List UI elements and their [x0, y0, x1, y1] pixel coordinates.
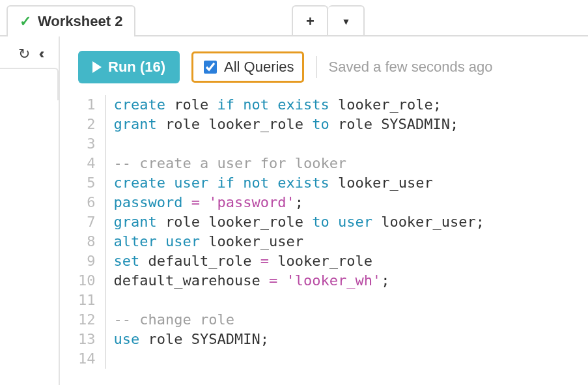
tab-dropdown-button[interactable]: ▼: [328, 5, 365, 36]
line-number-gutter: 1234567891011121314: [78, 95, 106, 369]
code-line[interactable]: create role if not exists looker_role;: [114, 95, 485, 115]
code-line[interactable]: password = 'password';: [114, 193, 485, 212]
run-button[interactable]: Run (16): [78, 51, 180, 83]
tab-worksheet-active[interactable]: ✓ Worksheet 2: [7, 5, 135, 36]
code-area[interactable]: create role if not exists looker_role;gr…: [106, 95, 485, 369]
tab-label: Worksheet 2: [38, 13, 122, 30]
line-number: 11: [78, 291, 96, 310]
line-number: 2: [78, 115, 96, 134]
code-line[interactable]: -- change role: [114, 310, 485, 330]
line-number: 6: [78, 193, 96, 212]
refresh-icon[interactable]: ↻: [18, 46, 30, 63]
code-line[interactable]: use role SYSADMIN;: [114, 330, 485, 349]
all-queries-toggle[interactable]: All Queries: [191, 51, 304, 83]
plus-icon: +: [306, 13, 315, 30]
chevron-down-icon: ▼: [341, 16, 350, 27]
line-number: 9: [78, 251, 96, 271]
line-number: 8: [78, 232, 96, 251]
line-number: 10: [78, 271, 96, 291]
line-number: 13: [78, 330, 96, 349]
code-line[interactable]: [114, 134, 485, 154]
code-line[interactable]: [114, 291, 485, 310]
all-queries-label: All Queries: [224, 59, 294, 76]
saved-status: Saved a few seconds ago: [329, 59, 493, 76]
run-label: Run (16): [108, 59, 165, 76]
sidebar-panel: [0, 68, 59, 100]
line-number: 12: [78, 310, 96, 330]
toolbar: Run (16) All Queries Saved a few seconds…: [60, 36, 588, 89]
code-line[interactable]: [114, 349, 485, 369]
tabs-row: ✓ Worksheet 2 + ▼: [0, 0, 588, 36]
play-icon: [92, 61, 102, 73]
checkmark-icon: ✓: [20, 13, 31, 30]
line-number: 1: [78, 95, 96, 115]
code-line[interactable]: set default_role = looker_role: [114, 251, 485, 271]
main-area: ↻ ‹‹ Run (16) All Queries Saved a few se…: [0, 36, 588, 385]
divider: [316, 56, 317, 78]
line-number: 5: [78, 173, 96, 193]
code-line[interactable]: create user if not exists looker_user: [114, 173, 485, 193]
line-number: 4: [78, 154, 96, 173]
sql-editor[interactable]: 1234567891011121314 create role if not e…: [60, 95, 588, 369]
collapse-icon[interactable]: ‹‹: [39, 46, 41, 63]
content: Run (16) All Queries Saved a few seconds…: [60, 36, 588, 385]
line-number: 3: [78, 134, 96, 154]
code-line[interactable]: grant role looker_role to role SYSADMIN;: [114, 115, 485, 134]
code-line[interactable]: -- create a user for looker: [114, 154, 485, 173]
line-number: 7: [78, 212, 96, 232]
code-line[interactable]: default_warehouse = 'looker_wh';: [114, 271, 485, 291]
left-sidebar: ↻ ‹‹: [0, 36, 60, 385]
add-tab-button[interactable]: +: [292, 5, 328, 36]
code-line[interactable]: alter user looker_user: [114, 232, 485, 251]
line-number: 14: [78, 349, 96, 369]
code-line[interactable]: grant role looker_role to user looker_us…: [114, 212, 485, 232]
all-queries-checkbox[interactable]: [204, 61, 217, 74]
